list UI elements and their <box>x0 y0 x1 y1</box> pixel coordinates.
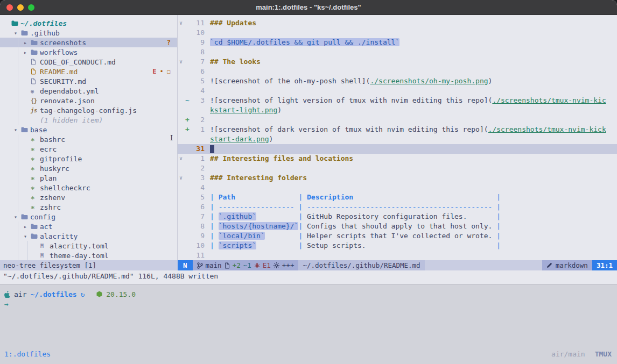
editor-line-10[interactable]: 10 <box>178 28 617 38</box>
editor-line-7[interactable]: ∨7## The looks <box>178 57 617 67</box>
tree-item-act[interactable]: ▸act <box>0 222 177 231</box>
editor-line-8[interactable]: 8| `hosts/{hostname}/`| Configs that sho… <box>178 222 617 231</box>
fold-open-icon[interactable]: ∨ <box>178 18 184 28</box>
git-branch-label: main <box>206 261 222 269</box>
tree-item-shellcheckrc[interactable]: ∗shellcheckrc <box>0 183 177 192</box>
editor-line-4[interactable]: 4 <box>178 86 617 96</box>
tree-item-readme-md[interactable]: README.mdE•☐ <box>0 67 177 76</box>
sign-column <box>184 222 191 231</box>
chevron-right-icon[interactable]: ▸ <box>24 224 31 230</box>
chevron-right-icon[interactable]: ▸ <box>24 49 31 55</box>
chevron-down-icon[interactable]: ▾ <box>24 233 31 239</box>
tree-item-config[interactable]: ▾config <box>0 212 177 222</box>
indent-guide <box>4 192 14 202</box>
indent-guide <box>14 57 24 67</box>
fold-column <box>178 125 184 134</box>
editor-line-5[interactable]: 5| Path | Description | <box>178 192 617 202</box>
line-number: 1 <box>191 125 205 134</box>
indent-guide <box>14 86 24 96</box>
editor-line-11[interactable]: ∨11### Updates <box>178 18 617 28</box>
editor-line-6[interactable]: 6 <box>178 67 617 76</box>
neotree-panel[interactable]: ~/.dotfiles▾.github▸screenshots?▸workflo… <box>0 15 178 260</box>
tmux-statusbar: 1:.dotfiles air/main TMUX <box>0 347 617 364</box>
tree-item-alacritty[interactable]: ▾alacritty <box>0 231 177 241</box>
indent-guide <box>4 57 14 67</box>
editor-line-3[interactable]: ~3![screenshot of light version of tmux … <box>178 96 617 105</box>
fold-open-icon[interactable]: ∨ <box>178 57 184 67</box>
tree-item-plan[interactable]: ∗plan <box>0 173 177 183</box>
tmux-window-label[interactable]: 1:.dotfiles <box>4 350 51 358</box>
tree-item-renovate-json[interactable]: {}renovate.json <box>0 96 177 105</box>
titlebar[interactable]: main:1:.dotfiles - "ks~/.dotfiles" <box>0 0 617 15</box>
indent-guide <box>4 105 14 115</box>
indent-guide <box>4 222 14 231</box>
chevron-down-icon[interactable]: ▾ <box>14 30 21 36</box>
sign-column <box>184 202 191 212</box>
editor-line-wrap[interactable]: kstart-light.png) <box>178 105 617 115</box>
indent-guide <box>4 76 14 86</box>
tree-item-1-hidden-item[interactable]: (1 hidden item) <box>0 115 177 125</box>
line-number: 7 <box>191 57 205 67</box>
editor-line-31[interactable]: 31 <box>178 144 617 154</box>
editor-line-7[interactable]: 7| `.github` | GitHub Repository configu… <box>178 212 617 222</box>
tree-item-bashrc[interactable]: ∗bashrc <box>0 134 177 144</box>
neotree-statusline: neo-tree filesystem [1] <box>0 260 178 270</box>
fold-open-icon[interactable]: ∨ <box>178 173 184 183</box>
minimize-button[interactable] <box>17 4 24 11</box>
tree-item-ecrc[interactable]: ∗ecrc <box>0 144 177 154</box>
tree-item-base[interactable]: ▾base <box>0 125 177 134</box>
shell-icon: ∗ <box>31 155 40 163</box>
tree-item-github[interactable]: ▾.github <box>0 28 177 38</box>
tree-item-dotfiles[interactable]: ~/.dotfiles <box>0 18 177 28</box>
editor-line-1[interactable]: ∨1## Interesting files and locations <box>178 154 617 163</box>
fold-open-icon[interactable]: ∨ <box>178 154 184 163</box>
line-text: ## Interesting files and locations <box>210 154 353 163</box>
editor-line-1[interactable]: +1![screenshot of dark version of tmux w… <box>178 125 617 134</box>
editor-line-wrap[interactable]: start-dark.png) <box>178 134 617 144</box>
chevron-down-icon[interactable]: ▾ <box>14 127 21 133</box>
editor-pane[interactable]: ∨11### Updates109`cd $HOME/.dotfiles && … <box>178 15 617 260</box>
badge-error: E <box>152 68 156 75</box>
chevron-right-icon[interactable]: ▸ <box>24 40 31 46</box>
editor-line-6[interactable]: 6| ------------------ | ----------------… <box>178 202 617 212</box>
cursor-position: 31:1 <box>592 260 617 270</box>
editor-line-2[interactable]: 2 <box>178 163 617 173</box>
tree-item-zshenv[interactable]: ∗zshenv <box>0 192 177 202</box>
prompt-arrow: → <box>4 300 9 308</box>
tree-item-theme-day-toml[interactable]: Mtheme-day.toml <box>0 251 177 260</box>
tree-item-dependabot-yml[interactable]: ◉dependabot.yml <box>0 86 177 96</box>
editor-line-9[interactable]: 9`cd $HOME/.dotfiles && git pull && ./in… <box>178 38 617 47</box>
line-number: 10 <box>191 241 205 251</box>
tree-item-gitprofile[interactable]: ∗gitprofile <box>0 154 177 163</box>
line-number: 3 <box>191 96 205 105</box>
indent-guide <box>24 241 33 251</box>
diff-added: +2 <box>233 261 241 269</box>
shell-icon: ∗ <box>31 194 40 202</box>
tree-item-alacritty-toml[interactable]: Malacritty.toml <box>0 241 177 251</box>
editor-line-10[interactable]: 10| `scripts` | Setup scripts. | <box>178 241 617 251</box>
tree-item-huskyrc[interactable]: ∗huskyrc <box>0 163 177 173</box>
editor-line-3[interactable]: ∨3### Interesting folders <box>178 173 617 183</box>
tree-item-code-of-conduct-md[interactable]: CODE_OF_CONDUCT.md <box>0 57 177 67</box>
tree-item-tag-changelog-config-js[interactable]: jstag-changelog-config.js <box>0 105 177 115</box>
zoom-button[interactable] <box>28 4 34 11</box>
fold-column <box>178 38 184 47</box>
tree-item-zshrc[interactable]: ∗zshrc <box>0 202 177 212</box>
tmux-pane-shell[interactable]: air ~/.dotfiles ↻ 20.15.0 → <box>0 284 617 347</box>
statusline: N main +2 ~1 E1 +++ ~/.dotfiles/.github/… <box>178 260 617 270</box>
indent-guide <box>14 76 24 86</box>
line-number: 7 <box>191 212 205 222</box>
tree-item-security-md[interactable]: SECURITY.md <box>0 76 177 86</box>
close-button[interactable] <box>6 4 13 11</box>
editor-line-9[interactable]: 9| `local/bin` | Helper scripts that I'v… <box>178 231 617 241</box>
fold-column <box>178 134 184 144</box>
tree-item-workflows[interactable]: ▸workflows <box>0 47 177 57</box>
tree-item-screenshots[interactable]: ▸screenshots? <box>0 38 177 47</box>
chevron-down-icon[interactable]: ▾ <box>14 214 21 220</box>
editor-line-5[interactable]: 5![screenshot of the oh-my-posh shell](.… <box>178 76 617 86</box>
editor-line-4[interactable]: 4 <box>178 183 617 192</box>
editor-line-2[interactable]: +2 <box>178 115 617 125</box>
tree-item-label: renovate.json <box>40 97 95 105</box>
editor-line-11[interactable]: 11 <box>178 251 617 260</box>
editor-line-8[interactable]: 8 <box>178 47 617 57</box>
